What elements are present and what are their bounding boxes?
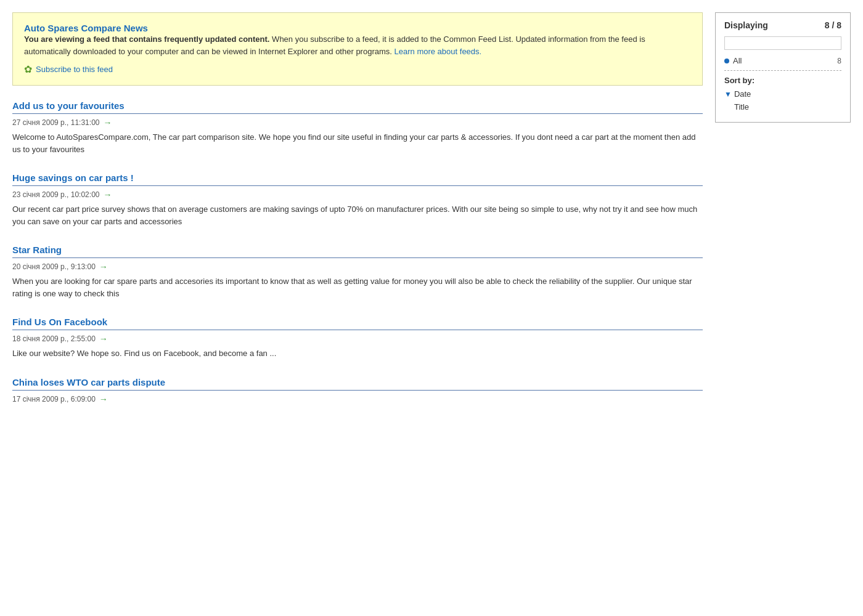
feed-item-date: 20 січня 2009 р., 9:13:00 bbox=[12, 262, 96, 271]
feed-item-date: 18 січня 2009 р., 2:55:00 bbox=[12, 334, 96, 343]
feed-item-divider bbox=[12, 185, 703, 186]
filter-all-label: All bbox=[733, 56, 742, 65]
feed-item-body: Welcome to AutoSparesCompare.com, The ca… bbox=[12, 131, 703, 155]
filter-all-count: 8 bbox=[837, 57, 841, 65]
feed-item-title[interactable]: Star Rating bbox=[12, 245, 62, 255]
subscribe-icon: ✿ bbox=[24, 63, 32, 75]
feed-item: Add us to your favourites27 січня 2009 р… bbox=[12, 100, 703, 155]
sidebar-search-input[interactable] bbox=[724, 36, 841, 50]
feed-item-title[interactable]: Huge savings on car parts ! bbox=[12, 172, 134, 183]
feed-item-arrow-icon[interactable]: → bbox=[99, 262, 108, 272]
feed-item: Huge savings on car parts !23 січня 2009… bbox=[12, 172, 703, 227]
feed-item-meta: 23 січня 2009 р., 10:02:00→ bbox=[12, 190, 703, 200]
page-layout: Auto Spares Compare News You are viewing… bbox=[12, 12, 851, 421]
feed-item-date: 27 січня 2009 р., 11:31:00 bbox=[12, 118, 99, 127]
feed-item-divider bbox=[12, 390, 703, 391]
main-content: Auto Spares Compare News You are viewing… bbox=[12, 12, 703, 421]
feed-item-meta: 27 січня 2009 р., 11:31:00→ bbox=[12, 118, 703, 128]
banner-body-bold: You are viewing a feed that contains fre… bbox=[24, 34, 269, 44]
sidebar-filter-all[interactable]: All 8 bbox=[724, 56, 841, 65]
feed-item-arrow-icon[interactable]: → bbox=[99, 394, 108, 404]
feed-item-date: 17 січня 2009 р., 6:09:00 bbox=[12, 395, 96, 403]
banner-body: You are viewing a feed that contains fre… bbox=[24, 33, 691, 57]
sort-title[interactable]: Title bbox=[724, 102, 841, 112]
feed-item-date: 23 січня 2009 р., 10:02:00 bbox=[12, 190, 99, 199]
feed-item: Find Us On Facebook18 січня 2009 р., 2:5… bbox=[12, 317, 703, 360]
feed-item-meta: 20 січня 2009 р., 9:13:00→ bbox=[12, 262, 703, 272]
sort-label: Sort by: bbox=[724, 76, 841, 85]
sidebar: Displaying 8 / 8 All 8 Sort by: ▼ Date T… bbox=[715, 12, 851, 421]
feed-item-divider bbox=[12, 330, 703, 330]
sort-date[interactable]: ▼ Date bbox=[724, 89, 841, 99]
feed-item-title[interactable]: China loses WTO car parts dispute bbox=[12, 377, 165, 387]
feed-item-body: When you are looking for car spare parts… bbox=[12, 275, 703, 299]
feed-item-body: Our recent car part price survey shows t… bbox=[12, 203, 703, 227]
banner-title[interactable]: Auto Spares Compare News bbox=[24, 23, 148, 33]
feed-item-meta: 17 січня 2009 р., 6:09:00→ bbox=[12, 394, 703, 404]
sidebar-count: 8 / 8 bbox=[825, 20, 841, 30]
displaying-label: Displaying bbox=[724, 20, 768, 30]
sidebar-divider bbox=[724, 70, 841, 71]
feed-item-body: Like our website? We hope so. Find us on… bbox=[12, 347, 703, 360]
sort-title-label: Title bbox=[734, 102, 749, 111]
feed-item: Star Rating20 січня 2009 р., 9:13:00→Whe… bbox=[12, 245, 703, 299]
feed-item-title[interactable]: Add us to your favourites bbox=[12, 100, 125, 111]
subscribe-link[interactable]: ✿ Subscribe to this feed bbox=[24, 63, 691, 75]
info-banner: Auto Spares Compare News You are viewing… bbox=[12, 12, 703, 86]
feed-item-arrow-icon[interactable]: → bbox=[99, 334, 108, 344]
feed-item-arrow-icon[interactable]: → bbox=[103, 118, 112, 128]
feed-item-title[interactable]: Find Us On Facebook bbox=[12, 317, 107, 327]
sort-date-arrow: ▼ bbox=[724, 90, 732, 99]
learn-more-link[interactable]: Learn more about feeds. bbox=[395, 47, 482, 56]
sort-date-label: Date bbox=[734, 89, 751, 99]
feed-list: Add us to your favourites27 січня 2009 р… bbox=[12, 100, 703, 404]
feed-item: China loses WTO car parts dispute17 січн… bbox=[12, 377, 703, 404]
feed-item-meta: 18 січня 2009 р., 2:55:00→ bbox=[12, 334, 703, 344]
subscribe-text: Subscribe to this feed bbox=[36, 65, 113, 74]
sidebar-header: Displaying 8 / 8 bbox=[724, 20, 841, 30]
filter-all-left: All bbox=[724, 56, 742, 65]
feed-item-arrow-icon[interactable]: → bbox=[103, 190, 112, 200]
feed-item-divider bbox=[12, 113, 703, 114]
filter-dot bbox=[724, 59, 729, 63]
sidebar-box: Displaying 8 / 8 All 8 Sort by: ▼ Date T… bbox=[715, 12, 851, 123]
feed-item-divider bbox=[12, 257, 703, 258]
